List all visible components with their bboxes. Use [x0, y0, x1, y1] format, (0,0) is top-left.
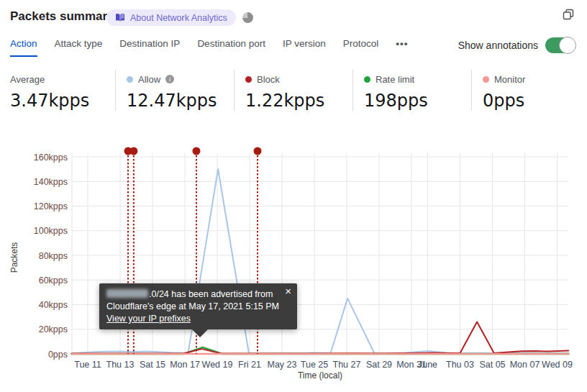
packets-chart: 0pps20kpps40kpps60kpps80kpps100kpps120kp…	[0, 0, 587, 392]
tooltip-line2: Cloudflare's edge at May 17, 2021 5:15 P…	[106, 301, 290, 313]
annotation-marker[interactable]	[129, 147, 137, 155]
x-tick-label: Thu 13	[106, 360, 135, 370]
annotation-tooltip: × .0/24 has been advertised from Cloudfl…	[99, 283, 297, 329]
y-tick-label: 0pps	[48, 350, 68, 360]
y-tick-label: 20kpps	[39, 324, 68, 334]
x-tick-label: Thu 03	[446, 360, 474, 370]
y-tick-label: 40kpps	[39, 300, 68, 310]
y-tick-label: 140kpps	[34, 177, 68, 187]
y-tick-label: 100kpps	[34, 226, 68, 236]
x-tick-label: Sat 29	[366, 360, 392, 370]
annotation-marker[interactable]	[254, 147, 262, 155]
x-tick-label: Fri 21	[238, 360, 261, 370]
tooltip-close-icon[interactable]: ×	[285, 285, 291, 297]
x-tick-label: Sat 05	[479, 360, 505, 370]
view-ip-prefixes-link[interactable]: View your IP prefixes	[106, 314, 191, 324]
x-tick-label: Thu 27	[333, 360, 361, 370]
x-tick-label: Mon 17	[170, 360, 200, 370]
x-tick-label: Sat 15	[140, 360, 165, 370]
y-axis-title: Packets	[9, 242, 19, 273]
tooltip-caret	[192, 329, 208, 337]
x-tick-label: Tue 25	[301, 360, 329, 370]
y-tick-label: 120kpps	[34, 201, 68, 211]
y-tick-label: 80kpps	[39, 251, 68, 261]
redacted-ip	[106, 289, 148, 298]
x-tick-label: Tue 11	[74, 360, 101, 370]
x-tick-label: May 23	[268, 360, 297, 370]
annotation-marker[interactable]	[192, 147, 200, 155]
x-axis-title: Time (local)	[298, 370, 342, 380]
y-tick-label: 160kpps	[34, 152, 68, 163]
x-tick-label: Mon 07	[510, 360, 540, 370]
x-tick-label: June	[418, 360, 437, 370]
tooltip-line1: .0/24 has been advertised from	[106, 288, 290, 301]
x-tick-label: Wed 19	[202, 360, 233, 370]
y-tick-label: 60kpps	[39, 275, 68, 286]
x-tick-label: Wed 09	[542, 360, 573, 370]
